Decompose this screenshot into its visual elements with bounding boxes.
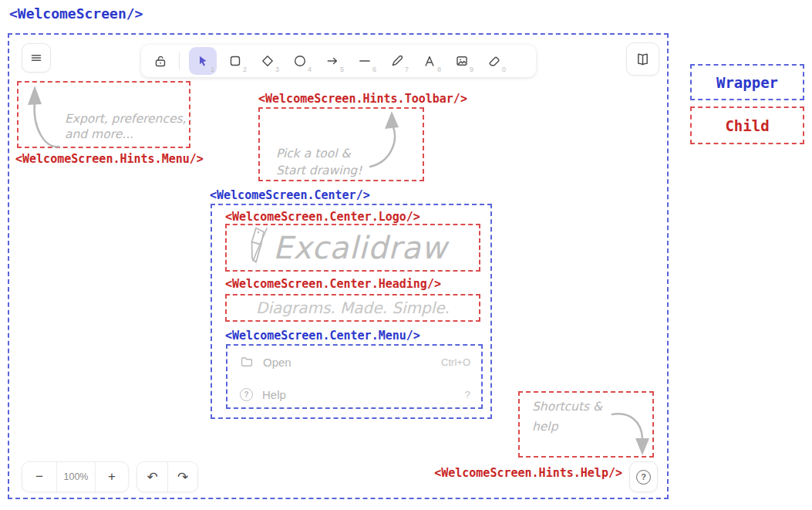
library-button[interactable] — [626, 42, 659, 76]
hamburger-icon — [29, 50, 44, 66]
tool-shortcut-label: 8 — [437, 66, 441, 73]
zoom-out-button[interactable]: − — [22, 462, 56, 491]
annotation-label-hints-toolbar: <WelcomeScreen.Hints.Toolbar/> — [258, 92, 467, 106]
plus-icon: + — [108, 469, 116, 485]
undo-icon: ↶ — [147, 469, 157, 485]
toolbar-hint-text: Pick a tool & Start drawing! — [276, 145, 362, 179]
help-hint-arrow — [606, 404, 652, 460]
diamond-icon — [260, 53, 275, 69]
zoom-value: 100% — [64, 471, 89, 482]
text-tool-button[interactable]: 8 — [416, 47, 443, 75]
draw-tool-button[interactable]: 7 — [383, 47, 411, 75]
main-menu-button[interactable] — [22, 43, 51, 73]
question-circle-icon: ? — [636, 470, 651, 485]
excalidraw-logo-text: Excalidraw — [273, 224, 447, 272]
menu-item-label: Open — [263, 356, 291, 369]
undo-button[interactable]: ↶ — [137, 462, 167, 491]
annotation-label-center-logo: <WelcomeScreen.Center.Logo/> — [225, 210, 420, 224]
lock-tool-button[interactable] — [149, 47, 172, 75]
annotation-label-center-heading: <WelcomeScreen.Center.Heading/> — [225, 277, 441, 291]
help-hint-text: Shortcuts & help — [532, 397, 602, 437]
annotation-label-center: <WelcomeScreen.Center/> — [210, 188, 370, 202]
annotation-label-center-menu: <WelcomeScreen.Center.Menu/> — [225, 329, 420, 343]
menu-item-shortcut: ? — [465, 389, 470, 400]
annotation-box-center-menu: Open Ctrl+O ? Help ? — [226, 344, 483, 409]
selection-tool-button[interactable]: 1 — [189, 47, 217, 75]
rectangle-icon — [227, 53, 243, 69]
minus-icon: − — [35, 469, 43, 485]
welcome-menu-item-open[interactable]: Open Ctrl+O — [240, 353, 470, 370]
annotation-label-hints-menu: <WelcomeScreen.Hints.Menu/> — [15, 152, 204, 166]
help-button[interactable]: ? — [629, 461, 658, 492]
text-icon — [422, 53, 437, 69]
zoom-in-button[interactable]: + — [96, 462, 128, 491]
arrow-tool-button[interactable]: 5 — [318, 47, 346, 75]
tool-shortcut-label: 3 — [275, 66, 279, 73]
tool-shortcut-label: 5 — [340, 66, 344, 73]
tool-shortcut-label: 6 — [372, 66, 376, 73]
tool-shortcut-label: 4 — [308, 66, 312, 73]
legend-wrapper-label: Wrapper — [716, 74, 778, 91]
folder-icon — [240, 355, 254, 369]
rectangle-tool-button[interactable]: 2 — [221, 47, 249, 75]
ellipse-icon — [292, 53, 308, 69]
menu-hint-text: Export, preferences, and more... — [65, 111, 186, 142]
menu-item-shortcut: Ctrl+O — [441, 356, 470, 368]
legend-child-label: Child — [725, 117, 769, 134]
zoom-reset-button[interactable]: 100% — [57, 462, 95, 491]
redo-button[interactable]: ↷ — [168, 462, 197, 491]
annotation-label-welcome-screen: <WelcomeScreen/> — [9, 5, 143, 22]
arrow-icon — [325, 53, 340, 69]
line-icon — [357, 53, 372, 69]
line-tool-button[interactable]: 6 — [351, 47, 379, 75]
toolbar-island: 1 2 3 4 5 — [141, 45, 536, 77]
tool-shortcut-label: 1 — [211, 66, 214, 73]
diamond-tool-button[interactable]: 3 — [254, 47, 281, 75]
welcome-menu-item-help[interactable]: ? Help ? — [240, 386, 470, 403]
tool-shortcut-label: 2 — [243, 66, 247, 73]
annotation-box-center-heading: Diagrams. Made. Simple. — [225, 294, 480, 322]
annotation-label-hints-help: <WelcomeScreen.Hints.Help/> — [426, 466, 622, 480]
pencil-icon — [389, 53, 405, 69]
question-circle-icon: ? — [240, 388, 253, 401]
eraser-tool-button[interactable]: 0 — [480, 47, 508, 75]
menu-hint-arrow — [22, 82, 68, 155]
legend-wrapper-box: Wrapper — [690, 64, 804, 100]
history-controls: ↶ ↷ — [136, 461, 198, 492]
welcome-screen-annotated-doc: <WelcomeScreen/> 1 2 — [0, 0, 812, 510]
zoom-controls: − 100% + — [22, 461, 129, 492]
redo-icon: ↷ — [177, 469, 188, 485]
tool-shortcut-label: 9 — [470, 66, 473, 73]
lock-icon — [153, 53, 168, 69]
tool-shortcut-label: 0 — [502, 66, 506, 73]
image-icon — [454, 53, 470, 69]
excalidraw-logo-icon — [244, 225, 271, 270]
toolbar-hint-arrow — [359, 106, 406, 172]
tool-shortcut-label: 7 — [405, 66, 409, 73]
menu-item-label: Help — [262, 388, 286, 401]
image-tool-button[interactable]: 9 — [448, 47, 476, 75]
book-icon — [635, 51, 651, 67]
welcome-heading-text: Diagrams. Made. Simple. — [256, 299, 450, 317]
legend-child-box: Child — [690, 106, 804, 144]
ellipse-tool-button[interactable]: 4 — [286, 47, 314, 75]
eraser-icon — [487, 53, 502, 69]
selection-cursor-icon — [195, 53, 211, 69]
toolbar-separator — [179, 52, 180, 69]
